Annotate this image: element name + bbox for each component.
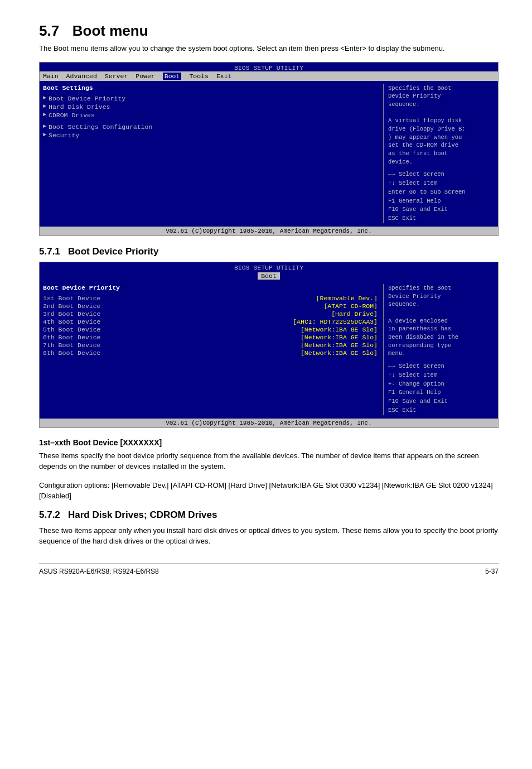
boot-device-desc1: These items specify the boot device prio… [39,450,499,472]
bios-title-bar-1: BIOS SETUP UTILITY [40,63,498,71]
bios-help-1: Specifies the Boot Device Priority seque… [383,84,495,223]
page-footer: ASUS RS920A-E6/RS8; RS924-E6/RS8 5-37 [39,568,499,575]
bios-item-security[interactable]: ► Security [43,132,378,139]
bios-menu-boot[interactable]: Boot [163,73,182,80]
subsection-572-desc: These two items appear only when you ins… [39,525,499,547]
bios-screen-2: BIOS SETUP UTILITY Boot Boot Device Prio… [39,262,499,428]
bios-left-1: Boot Settings ► Boot Device Priority ► H… [43,84,383,223]
bios-boot-lbl-8: 8th Boot Device [43,349,101,357]
bios-item-label-2: Hard Disk Drives [49,103,110,110]
section-title: 5.7 [39,22,59,39]
bios-boot-val-5: [Network:IBA GE Slo] [301,326,378,333]
bios-title-bar-2: BIOS SETUP UTILITY [40,262,498,271]
section-description: The Boot menu items allow you to change … [39,43,499,54]
arrow-icon-4: ► [43,123,46,129]
bios-section-header-1: Boot Settings [43,84,378,92]
bios-footer-2: v02.61 (C)Copyright 1985-2010, American … [40,419,498,427]
footer-right: 5-37 [485,568,499,575]
bios-item-boot-device-priority[interactable]: ► Boot Device Priority [43,95,378,102]
bios-boot-item-4[interactable]: 4th Boot Device [AHCI: HDT722525DCAA3] [43,318,378,325]
bios-boot-lbl-6: 6th Boot Device [43,334,101,341]
bios-boot-lbl-7: 7th Boot Device [43,342,101,349]
bios-menu-boot-2[interactable]: Boot [258,272,280,280]
bios-help-2: Specifies the Boot Device Priority seque… [383,284,495,415]
bios-boot-val-1: [Removable Dev.] [316,295,378,302]
bios-help-text-1: Specifies the Boot Device Priority seque… [388,84,495,166]
bios-boot-lbl-1: 1st Boot Device [43,295,101,302]
footer-divider [39,564,499,564]
bios-item-hard-disk[interactable]: ► Hard Disk Drives [43,103,378,110]
bios-boot-lbl-5: 5th Boot Device [43,326,101,333]
bios-boot-val-6: [Network:IBA GE Slo] [301,334,378,341]
bios-boot-item-2[interactable]: 2nd Boot Device [ATAPI CD-ROM] [43,302,378,310]
bios-menu-bar-1: Main Advanced Server Power Boot Tools Ex… [40,71,498,81]
bios-help-text-2: Specifies the Boot Device Priority seque… [388,284,495,358]
bios-boot-val-3: [Hard Drive] [331,310,378,318]
bios-boot-item-7[interactable]: 7th Boot Device [Network:IBA GE Slo] [43,342,378,349]
bios-menu-power[interactable]: Power [136,73,155,80]
bios-menu-advanced[interactable]: Advanced [66,73,97,80]
bios-boot-item-5[interactable]: 5th Boot Device [Network:IBA GE Slo] [43,326,378,333]
bios-help-keys-2: ←→ Select Screen ↑↓ Select Item +- Chang… [388,362,495,415]
bios-body-1: Boot Settings ► Boot Device Priority ► H… [40,81,498,227]
arrow-icon-5: ► [43,132,46,138]
bios-body-2: Boot Device Priority 1st Boot Device [Re… [40,281,498,419]
bios-item-boot-config[interactable]: ► Boot Settings Configuration [43,123,378,131]
bios-boot-val-4: [AHCI: HDT722525DCAA3] [293,318,378,325]
bios-boot-val-8: [Network:IBA GE Slo] [301,349,378,357]
bios-menu-bar-2: Boot [40,271,498,281]
bios-menu-exit[interactable]: Exit [216,73,232,80]
boot-device-desc2: Configuration options: [Removable Dev.] … [39,480,499,502]
bios-boot-val-2: [ATAPI CD-ROM] [323,302,378,310]
bios-boot-val-7: [Network:IBA GE Slo] [301,342,378,349]
arrow-icon-2: ► [43,103,46,109]
bios-boot-item-3[interactable]: 3rd Boot Device [Hard Drive] [43,310,378,318]
boot-device-subheading: 1st–xxth Boot Device [XXXXXXX] [39,438,499,447]
bios-menu-tools[interactable]: Tools [189,73,209,80]
bios-menu-server[interactable]: Server [105,73,128,80]
section-title-text: Boot menu [72,22,148,39]
bios-boot-item-8[interactable]: 8th Boot Device [Network:IBA GE Slo] [43,349,378,357]
bios-help-keys-1: ←→ Select Screen ↑↓ Select Item Enter Go… [388,170,495,223]
footer-left: ASUS RS920A-E6/RS8; RS924-E6/RS8 [39,568,159,575]
bios-left-2: Boot Device Priority 1st Boot Device [Re… [43,284,383,415]
subsection-571-title: 5.7.1 Boot Device Priority [39,246,499,257]
bios-item-label-4: Boot Settings Configuration [49,123,152,131]
bios-screen-1: BIOS SETUP UTILITY Main Advanced Server … [39,62,499,236]
bios-boot-item-6[interactable]: 6th Boot Device [Network:IBA GE Slo] [43,334,378,341]
bios-section-header-2: Boot Device Priority [43,284,378,291]
bios-item-label-5: Security [49,132,79,139]
bios-item-label-3: CDROM Drives [49,112,95,119]
bios-menu-main[interactable]: Main [43,73,59,80]
arrow-icon-1: ► [43,95,46,101]
bios-boot-lbl-2: 2nd Boot Device [43,302,101,310]
bios-item-cdrom[interactable]: ► CDROM Drives [43,112,378,119]
bios-footer-1: v02.61 (C)Copyright 1985-2010, American … [40,227,498,235]
arrow-icon-3: ► [43,112,46,118]
bios-boot-lbl-4: 4th Boot Device [43,318,101,325]
bios-item-label-1: Boot Device Priority [49,95,125,102]
bios-boot-lbl-3: 3rd Boot Device [43,310,101,318]
subsection-572-title: 5.7.2 Hard Disk Drives; CDROM Drives [39,510,499,521]
bios-boot-item-1[interactable]: 1st Boot Device [Removable Dev.] [43,295,378,302]
